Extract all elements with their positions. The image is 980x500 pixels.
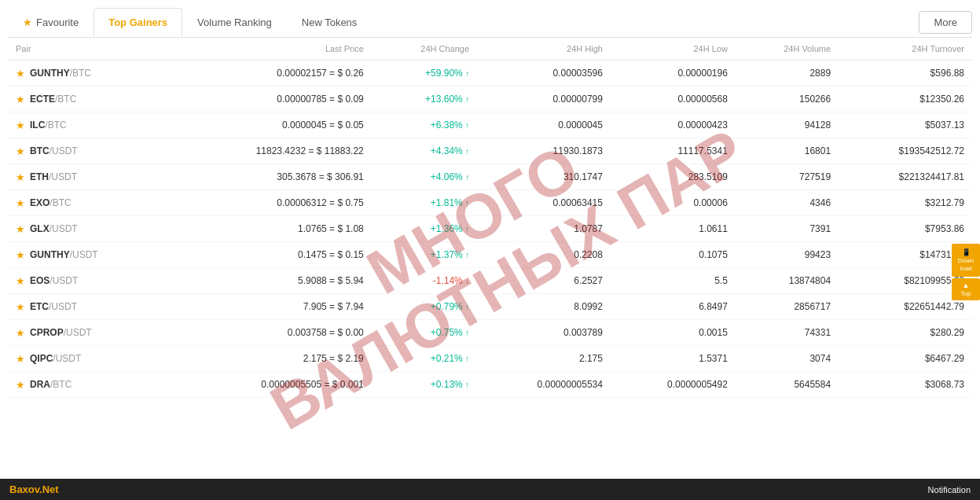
cell-low: 1.0611	[611, 216, 736, 242]
cell-pair: ★ GUNTHY/USDT	[8, 242, 169, 268]
cell-volume: 16801	[736, 138, 839, 164]
cell-turnover: $7953.86	[839, 216, 972, 242]
cell-high: 2.175	[477, 346, 611, 372]
favourite-star[interactable]: ★	[16, 198, 25, 208]
star-icon: ★	[23, 17, 32, 28]
cell-low: 0.0000005492	[611, 372, 736, 398]
cell-pair: ★ ECTE/BTC	[8, 86, 169, 112]
col-pair: Pair	[8, 38, 169, 61]
pair-name: GUNTHY/USDT	[30, 249, 98, 260]
favourite-star[interactable]: ★	[16, 120, 25, 131]
tab-top-gainers[interactable]: Top Gainers	[94, 8, 182, 37]
pair-name: ILC/BTC	[30, 119, 67, 131]
cell-low: 283.5109	[611, 164, 736, 190]
table-row: ★ GUNTHY/USDT 0.1475 = $ 0.15+1.37% ↑0.2…	[8, 242, 972, 268]
cell-volume: 99423	[736, 242, 839, 268]
table-header-row: Pair Last Price 24H Change 24H High 24H …	[8, 38, 972, 61]
table-row: ★ ECTE/BTC 0.00000785 = $ 0.09+13.60% ↑0…	[8, 86, 972, 112]
table-row: ★ EXO/BTC 0.00006312 = $ 0.75+1.81% ↑0.0…	[8, 190, 972, 216]
pair-name: ECTE/BTC	[30, 94, 76, 105]
table-body: ★ GUNTHY/BTC 0.00002157 = $ 0.26+59.90% …	[8, 61, 972, 398]
cell-low: 5.5	[611, 268, 736, 294]
favourite-star[interactable]: ★	[16, 302, 25, 312]
cell-volume: 2856717	[736, 294, 839, 320]
cell-change: +1.37% ↑	[372, 242, 477, 268]
cell-change: +4.34% ↑	[372, 138, 477, 164]
cell-volume: 2889	[736, 61, 839, 86]
cell-last-price: 0.1475 = $ 0.15	[169, 242, 372, 268]
pair-name: EXO/BTC	[30, 197, 72, 208]
side-buttons: 📱Down load ▲Top	[952, 244, 980, 300]
cell-low: 0.1075	[611, 242, 736, 268]
cell-low: 11117.5341	[611, 138, 736, 164]
main-container: ★ Favourite Top Gainers Volume Ranking N…	[0, 0, 980, 500]
cell-volume: 150266	[736, 86, 839, 112]
cell-last-price: 0.00000785 = $ 0.09	[169, 86, 372, 112]
favourite-star[interactable]: ★	[16, 354, 25, 364]
pair-name: QIPC/USDT	[30, 353, 81, 364]
table-wrapper: Pair Last Price 24H Change 24H High 24H …	[8, 38, 972, 398]
cell-pair: ★ ILC/BTC	[8, 112, 169, 138]
cell-change: +6.38% ↑	[372, 112, 477, 138]
cell-high: 11930.1873	[477, 138, 611, 164]
favourite-star[interactable]: ★	[16, 250, 25, 260]
cell-last-price: 1.0765 = $ 1.08	[169, 216, 372, 242]
notification-text: Notification	[928, 485, 971, 494]
col-low: 24H Low	[611, 38, 736, 61]
favourite-star[interactable]: ★	[16, 94, 25, 105]
cell-change: +0.79% ↑	[372, 294, 477, 320]
cell-turnover: $3212.79	[839, 190, 972, 216]
cell-volume: 7391	[736, 216, 839, 242]
table-row: ★ EOS/USDT 5.9088 = $ 5.94-1.14% ↓6.2527…	[8, 268, 972, 294]
cell-last-price: 5.9088 = $ 5.94	[169, 268, 372, 294]
cell-last-price: 11823.4232 = $ 11883.22	[169, 138, 372, 164]
pair-name: ETC/USDT	[30, 301, 77, 312]
cell-high: 0.00000005534	[477, 372, 611, 398]
cell-turnover: $193542512.72	[839, 138, 972, 164]
table-row: ★ DRA/BTC 0.0000005505 = $ 0.001+0.13% ↑…	[8, 372, 972, 398]
brand-label: Baxov.Net	[9, 483, 59, 495]
cell-high: 0.00000799	[477, 86, 611, 112]
cell-turnover: $5037.13	[839, 112, 972, 138]
cell-turnover: $596.88	[839, 61, 972, 86]
table-row: ★ ILC/BTC 0.0000045 = $ 0.05+6.38% ↑0.00…	[8, 112, 972, 138]
cell-pair: ★ EXO/BTC	[8, 190, 169, 216]
cell-last-price: 2.175 = $ 2.19	[169, 346, 372, 372]
col-volume: 24H Volume	[736, 38, 839, 61]
table-row: ★ QIPC/USDT 2.175 = $ 2.19+0.21% ↑2.1751…	[8, 346, 972, 372]
cell-high: 6.2527	[477, 268, 611, 294]
favourite-star[interactable]: ★	[16, 146, 25, 156]
cell-pair: ★ GUNTHY/BTC	[8, 61, 169, 86]
cell-volume: 94128	[736, 112, 839, 138]
favourite-star[interactable]: ★	[16, 68, 25, 79]
tab-new-tokens[interactable]: New Tokens	[287, 8, 373, 37]
top-button[interactable]: ▲Top	[952, 278, 980, 300]
cell-change: +1.36% ↑	[372, 216, 477, 242]
favourite-star[interactable]: ★	[16, 276, 25, 286]
cell-high: 8.0992	[477, 294, 611, 320]
favourite-star[interactable]: ★	[16, 224, 25, 234]
cell-last-price: 0.00002157 = $ 0.26	[169, 61, 372, 86]
cell-low: 0.00000196	[611, 61, 736, 86]
pair-name: GUNTHY/BTC	[30, 68, 91, 79]
favourite-star[interactable]: ★	[16, 172, 25, 182]
download-button[interactable]: 📱Down load	[952, 244, 980, 277]
col-last-price: Last Price	[169, 38, 372, 61]
tab-favourite[interactable]: ★ Favourite	[8, 8, 94, 37]
cell-last-price: 0.00006312 = $ 0.75	[169, 190, 372, 216]
favourite-star[interactable]: ★	[16, 380, 25, 390]
cell-change: +59.90% ↑	[372, 61, 477, 86]
favourite-star[interactable]: ★	[16, 328, 25, 338]
pair-name: GLX/USDT	[30, 223, 78, 234]
cell-change: +1.81% ↑	[372, 190, 477, 216]
cell-turnover: $3068.73	[839, 372, 972, 398]
cell-change: +13.60% ↑	[372, 86, 477, 112]
cell-pair: ★ CPROP/USDT	[8, 320, 169, 346]
pair-name: EOS/USDT	[30, 275, 78, 286]
more-button[interactable]: More	[919, 11, 972, 34]
pair-name: CPROP/USDT	[30, 327, 92, 338]
tab-volume-ranking[interactable]: Volume Ranking	[182, 8, 287, 37]
cell-volume: 3074	[736, 346, 839, 372]
col-turnover: 24H Turnover	[839, 38, 972, 61]
cell-change: +4.06% ↑	[372, 164, 477, 190]
